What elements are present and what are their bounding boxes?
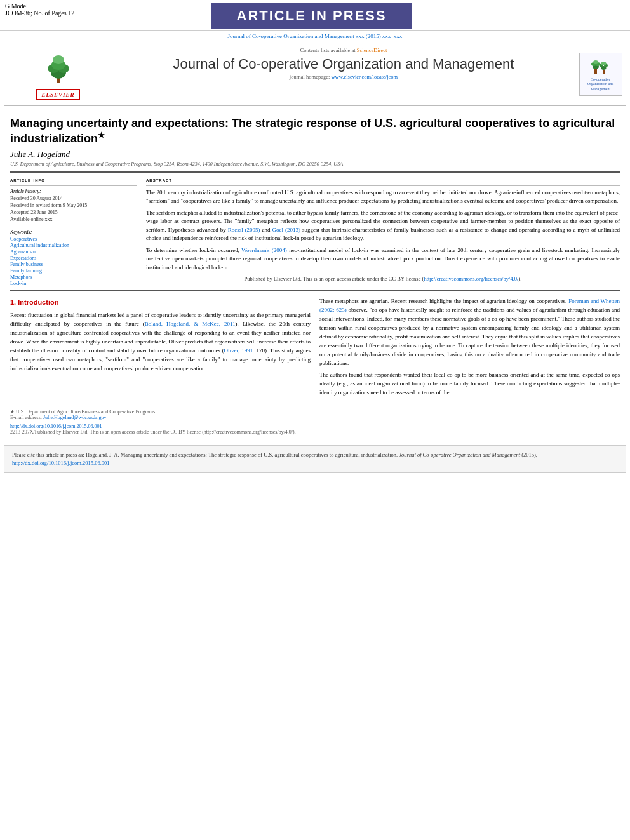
- received-date: Received 30 August 2014: [10, 196, 137, 201]
- cc-license-link[interactable]: http://creativecommons.org/licenses/by/4…: [424, 276, 518, 282]
- author-name: Julie A. Hogeland: [10, 149, 620, 159]
- foreman-whetten-link[interactable]: Foreman and Whetten (2002: 623): [319, 298, 620, 313]
- jcom-text: JCOM-36; No. of Pages 12: [5, 10, 74, 17]
- journal-center: Contents lists available at ScienceDirec…: [112, 43, 575, 105]
- journal-icon-area: Co-operative Organization and Management: [575, 43, 626, 105]
- keyword-agrarianism: Agrarianism: [10, 249, 137, 255]
- article-info-abstract-section: article info Article history: Received 3…: [10, 177, 620, 287]
- citation-journal-ref: Journal of Co-operative Organization and…: [399, 451, 520, 458]
- woerdman-link[interactable]: Woerdman's (2004): [241, 247, 287, 253]
- abstract-para-3: To determine whether lock-in occurred, W…: [146, 246, 620, 272]
- journal-logo-area: ELSEVIER: [4, 43, 112, 105]
- abstract-col: abstract The 20th century industrializat…: [146, 177, 620, 287]
- citation-please-cite: Please cite this article in press as: Ho…: [12, 451, 399, 458]
- accepted-date: Accepted 23 June 2015: [10, 210, 137, 215]
- doi-line: http://dx.doi.org/10.1016/j.jcom.2015.06…: [10, 423, 620, 435]
- intro-para-3: The authors found that respondents wante…: [319, 371, 620, 397]
- abstract-para-2: The serfdom metaphor alluded to industri…: [146, 209, 620, 243]
- homepage-label: journal homepage:: [290, 74, 330, 80]
- star-note: ★ U.S. Department of Agriculture/Busines…: [10, 409, 620, 415]
- citation-year: (2015),: [520, 451, 537, 458]
- doi-url[interactable]: http://dx.doi.org/10.1016/j.jcom.2015.06…: [10, 423, 102, 429]
- journal-top-link: Journal of Co-operative Organization and…: [0, 31, 630, 40]
- body-section: 1. Introduction Recent fluctuation in gl…: [10, 297, 620, 401]
- keyword-lock-in: Lock-in: [10, 281, 137, 286]
- intro-para-1: Recent fluctuation in global financial m…: [10, 311, 311, 373]
- journal-homepage: journal homepage: www.elsevier.com/locat…: [120, 74, 567, 80]
- main-content: Managing uncertainty and expectations: T…: [4, 106, 626, 440]
- goel-link[interactable]: Goel (2013): [272, 227, 300, 233]
- keyword-cooperatives: Cooperatives: [10, 236, 137, 242]
- top-header: G Model JCOM-36; No. of Pages 12 ARTICLE…: [0, 0, 630, 31]
- elsevier-logo: ELSEVIER: [36, 89, 79, 100]
- article-in-press-banner: ARTICLE IN PRESS: [211, 3, 412, 29]
- keyword-agricultural: Agricultural industrialization: [10, 243, 137, 248]
- svg-point-10: [593, 60, 598, 64]
- oliver-link[interactable]: Oliver, 1991: [224, 347, 253, 354]
- available-online: Available online xxx: [10, 217, 137, 222]
- keyword-expectations: Expectations: [10, 255, 137, 261]
- article-info-col: article info Article history: Received 3…: [10, 177, 137, 287]
- keyword-family-farming: Family farming: [10, 268, 137, 274]
- journal-top-link-anchor[interactable]: Journal of Co-operative Organization and…: [228, 33, 403, 39]
- abstract-divider: [146, 185, 620, 186]
- author-affiliation: U.S. Department of Agriculture, Business…: [10, 161, 620, 168]
- keyword-family-business: Family business: [10, 262, 137, 267]
- footnote-area: ★ U.S. Department of Agriculture/Busines…: [10, 406, 620, 420]
- article-title: Managing uncertainty and expectations: T…: [10, 116, 620, 147]
- keywords-divider: [10, 225, 137, 225]
- svg-point-15: [601, 62, 606, 65]
- intro-para-2: These metaphors are agrarian. Recent res…: [319, 297, 620, 368]
- keywords-label: Keywords:: [10, 229, 137, 235]
- cc-license: Published by Elsevier Ltd. This is an op…: [146, 275, 620, 283]
- divider-top: [10, 171, 620, 173]
- doi-license-text: 2213-297X/Published by Elsevier Ltd. Thi…: [10, 429, 296, 435]
- citation-doi-link[interactable]: http://dx.doi.org/10.1016/j.jcom.2015.06…: [12, 460, 110, 466]
- journal-icon-text: Co-operative Organization and Management: [581, 77, 620, 91]
- journal-title: Journal of Co-operative Organization and…: [120, 56, 567, 72]
- citation-box: Please cite this article in press as: Ho…: [4, 445, 626, 473]
- email-line: E-mail address: Julie.Hogeland@wdc.usda.…: [10, 415, 620, 420]
- homepage-url[interactable]: www.elsevier.com/locate/jcom: [331, 74, 398, 80]
- journal-icon-box: Co-operative Organization and Management: [579, 53, 622, 96]
- star-icon: ★: [98, 131, 105, 140]
- boland-link[interactable]: Boland, Hogeland, & McKee, 2011: [145, 321, 236, 327]
- abstract-para-1: The 20th century industrialization of ag…: [146, 189, 620, 206]
- contents-text: Contents lists available at: [300, 47, 356, 53]
- history-label: Article history:: [10, 189, 137, 194]
- divider-bottom: [10, 290, 620, 291]
- g-model-text: G Model: [5, 3, 74, 10]
- svg-rect-11: [603, 70, 605, 74]
- article-info-divider: [10, 185, 137, 186]
- email-label: E-mail address:: [10, 415, 42, 420]
- body-col-2: These metaphors are agrarian. Recent res…: [319, 297, 620, 401]
- article-info-heading: article info: [10, 177, 137, 183]
- journal-icon-svg: [591, 57, 610, 76]
- received-revised-date: Received in revised form 9 May 2015: [10, 203, 137, 208]
- sciencedirect-link: Contents lists available at ScienceDirec…: [120, 47, 567, 53]
- elsevier-tree-icon: [39, 48, 77, 86]
- sciencedirect-anchor[interactable]: ScienceDirect: [357, 47, 387, 53]
- abstract-text: The 20th century industrialization of ag…: [146, 189, 620, 283]
- email-link[interactable]: Julie.Hogeland@wdc.usda.gov: [43, 415, 107, 420]
- g-model-info: G Model JCOM-36; No. of Pages 12: [5, 3, 74, 17]
- body-col-1: 1. Introduction Recent fluctuation in gl…: [10, 297, 311, 401]
- svg-rect-6: [594, 69, 597, 74]
- journal-header: ELSEVIER Contents lists available at Sci…: [4, 43, 626, 106]
- keyword-metaphors: Metaphors: [10, 274, 137, 280]
- abstract-heading: abstract: [146, 177, 620, 183]
- svg-point-5: [53, 55, 64, 64]
- introduction-heading: 1. Introduction: [10, 297, 311, 308]
- roessl-link[interactable]: Roessl (2005): [228, 227, 260, 233]
